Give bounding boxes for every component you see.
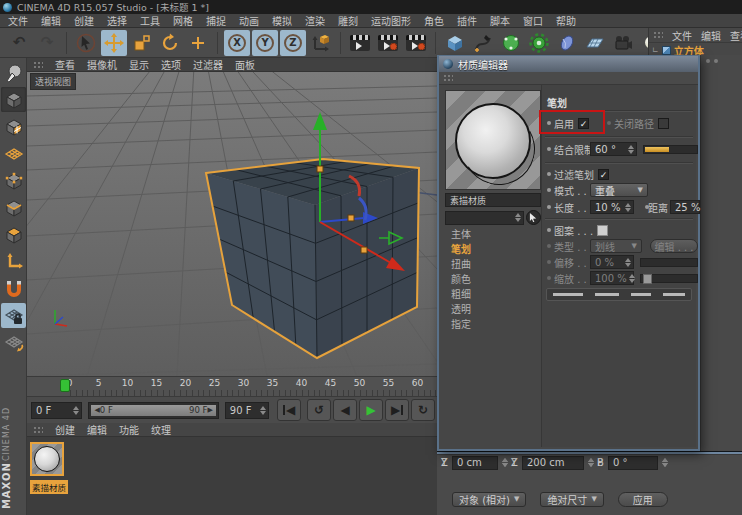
channel-item[interactable]: 笔划 (451, 242, 539, 257)
enable-axis-button[interactable] (1, 249, 26, 274)
live-selection-button[interactable] (73, 30, 99, 56)
viewport-canvas[interactable]: 透视视图 (27, 72, 437, 376)
mm-menu-item[interactable]: 创建 (55, 422, 75, 437)
channel-item[interactable]: 粗细 (451, 287, 539, 302)
last-tool-button[interactable] (185, 30, 211, 56)
vp-menu-item[interactable]: 摄像机 (87, 57, 117, 72)
vp-menu-item[interactable]: 选项 (161, 57, 181, 72)
camera-button[interactable] (610, 30, 636, 56)
stepper-icon[interactable] (72, 406, 79, 415)
material-thumbnail[interactable] (30, 442, 64, 476)
menu-item[interactable]: 渲染 (305, 13, 325, 28)
param-dot[interactable] (547, 244, 551, 248)
snap-magnet-button[interactable] (1, 276, 26, 301)
pick-material-button[interactable] (526, 210, 541, 225)
menu-item[interactable]: 创建 (74, 13, 94, 28)
param-dot[interactable] (547, 172, 551, 176)
stepper-icon[interactable] (627, 145, 634, 154)
stepper-icon[interactable] (501, 458, 508, 467)
redo-button[interactable]: ↷ (34, 30, 60, 56)
material-name-field[interactable]: 素描材质 (445, 193, 541, 207)
expand-icon[interactable]: ∟ (652, 46, 659, 55)
param-dot[interactable] (547, 188, 551, 192)
render-view-button[interactable] (347, 30, 373, 56)
undo-button[interactable]: ↶ (6, 30, 32, 56)
om-menu-item[interactable]: 编辑 (701, 28, 721, 43)
distance-field[interactable]: 25 % (670, 200, 700, 214)
render-settings-button[interactable] (403, 30, 429, 56)
object-visibility-dots[interactable] (706, 59, 718, 63)
om-menu-item[interactable]: 查看 (730, 28, 742, 43)
mm-menu-item[interactable]: 编辑 (87, 422, 107, 437)
panel-grip-icon[interactable] (443, 74, 453, 82)
material-name-label[interactable]: 素描材质 (30, 480, 68, 494)
mode-dropdown[interactable]: 重叠 ▼ (590, 183, 648, 197)
menu-item[interactable]: 选择 (107, 13, 127, 28)
menu-item[interactable]: 帮助 (556, 13, 576, 28)
points-mode-button[interactable] (1, 168, 26, 193)
om-menu-item[interactable]: 文件 (672, 28, 692, 43)
loop-button[interactable]: ↻ (411, 399, 435, 421)
x-axis-lock-button[interactable]: X (224, 30, 250, 56)
coordinate-system-button[interactable] (308, 30, 334, 56)
dialog-title-bar[interactable]: 材质编辑器 (439, 56, 698, 72)
channel-item[interactable]: 指定 (451, 317, 539, 332)
menu-item[interactable]: 雕刻 (338, 13, 358, 28)
menu-item[interactable]: 窗口 (523, 13, 543, 28)
range-right-arrow-icon[interactable]: ▶ (207, 406, 212, 414)
param-dot[interactable] (547, 276, 551, 280)
z-axis-lock-button[interactable]: Z (280, 30, 306, 56)
offset-field[interactable]: 0 % (590, 255, 634, 269)
apply-button[interactable]: 应用 (618, 492, 668, 507)
stepper-icon[interactable] (661, 458, 668, 467)
size-mode-dropdown[interactable]: 绝对尺寸▼ (540, 492, 603, 507)
channel-item[interactable]: 透明 (451, 302, 539, 317)
frame-range-slider[interactable]: ◀ 0 F 90 F ▶ (88, 402, 218, 419)
panel-grip-icon[interactable] (33, 61, 43, 69)
next-frame-button[interactable]: ▶ (385, 399, 409, 421)
offset-slider[interactable] (640, 258, 698, 267)
menu-item[interactable]: 文件 (8, 13, 28, 28)
coord-rotation-field[interactable]: 0 ° (608, 456, 658, 470)
coord-size-field[interactable]: 200 cm (522, 456, 584, 470)
param-dot[interactable] (547, 228, 551, 232)
param-dot[interactable] (547, 260, 551, 264)
make-editable-button[interactable] (1, 60, 26, 85)
stepper-icon[interactable] (629, 274, 635, 283)
menu-item[interactable]: 工具 (140, 13, 160, 28)
close-path-checkbox[interactable] (658, 118, 669, 129)
workplane-button[interactable] (1, 141, 26, 166)
pattern-checkbox[interactable] (597, 225, 608, 236)
enable-checkbox[interactable]: ✓ (578, 118, 589, 129)
rotate-tool-button[interactable] (157, 30, 183, 56)
vp-menu-item[interactable]: 查看 (55, 57, 75, 72)
model-mode-button[interactable] (1, 87, 26, 112)
coord-position-field[interactable]: 0 cm (452, 456, 498, 470)
move-tool-button[interactable] (101, 30, 127, 56)
texture-mode-button[interactable] (1, 114, 26, 139)
edges-mode-button[interactable] (1, 195, 26, 220)
menu-item[interactable]: 网格 (173, 13, 193, 28)
panel-grip-icon[interactable] (33, 426, 43, 434)
channel-item[interactable]: 颜色 (451, 272, 539, 287)
channel-item[interactable]: 主体 (451, 227, 539, 242)
y-axis-lock-button[interactable]: Y (252, 30, 278, 56)
previous-frame-button[interactable]: ◀ (333, 399, 357, 421)
scale-field[interactable]: 100 % (590, 271, 634, 285)
param-dot[interactable] (547, 205, 551, 209)
menu-item[interactable]: 编辑 (41, 13, 61, 28)
menu-item[interactable]: 运动图形 (371, 13, 411, 28)
filter-strokes-checkbox[interactable]: ✓ (598, 169, 609, 180)
preview-size-field[interactable] (445, 211, 524, 225)
deformer-button[interactable] (526, 30, 552, 56)
panel-grip-icon[interactable] (653, 31, 663, 39)
menu-item[interactable]: 捕捉 (206, 13, 226, 28)
param-dot[interactable] (547, 147, 551, 151)
menu-item[interactable]: 模拟 (272, 13, 292, 28)
length-field[interactable]: 10 % (590, 200, 634, 214)
end-frame-field[interactable]: 90 F (225, 402, 269, 419)
floor-button[interactable] (582, 30, 608, 56)
vp-menu-item[interactable]: 显示 (129, 57, 149, 72)
workplane-orbit-button[interactable] (1, 330, 26, 355)
type-dropdown[interactable]: 划线 ▼ (590, 239, 642, 253)
